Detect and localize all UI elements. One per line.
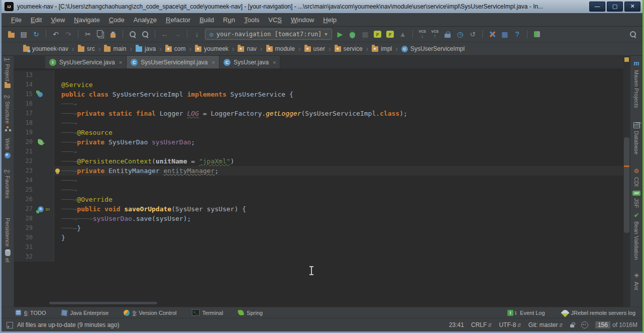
paste-icon[interactable]	[109, 29, 118, 39]
synchronize-icon[interactable]: ↻	[32, 29, 41, 39]
search-everywhere-icon[interactable]	[628, 29, 637, 39]
coverage-button[interactable]: ▦	[361, 29, 370, 39]
shelve-icon[interactable]	[443, 29, 452, 39]
settings-icon[interactable]	[488, 29, 497, 39]
maximize-button[interactable]: ▢	[607, 2, 623, 12]
breadcrumb-item-youmeek[interactable]: youmeek	[193, 44, 230, 53]
breadcrumb-item-youmeek-nav[interactable]: youmeek-nav	[22, 44, 70, 53]
menu-item-file[interactable]: File	[7, 14, 26, 26]
toolwindow-button-9-version-control[interactable]: 9: Version Control	[124, 309, 176, 316]
inspection-profile-icon[interactable]	[581, 321, 588, 328]
breadcrumb-item-service[interactable]: service	[333, 44, 364, 53]
toolwindow-button-6-todo[interactable]: 6: TODO	[16, 309, 46, 316]
compare-icon[interactable]: ↓	[192, 29, 201, 39]
breadcrumb-item-main[interactable]: main	[102, 44, 128, 53]
warning-stripe-mark[interactable]	[624, 57, 629, 62]
editor-scrollbar[interactable]	[623, 56, 630, 307]
toolwindow-button-jrebel-remote-servers-log[interactable]: JRebel remote servers log	[562, 310, 635, 316]
open-project-icon[interactable]	[7, 29, 16, 39]
toolwindow-button-java-enterprise[interactable]: Java Enterprise	[61, 309, 109, 316]
lock-icon[interactable]	[570, 324, 574, 327]
tab-sysuserservice-java[interactable]: ISysUserService.java×	[45, 56, 127, 68]
vcs-update-button[interactable]: VCS↓	[418, 29, 427, 39]
tool-stripe-persistence[interactable]: Persistence	[5, 218, 11, 256]
run-button[interactable]: ▶	[336, 29, 345, 39]
close-icon[interactable]: ×	[273, 59, 276, 65]
menu-item-window[interactable]: Window	[286, 14, 318, 26]
back-icon[interactable]: ←	[160, 29, 169, 39]
recent-changes-icon[interactable]: ◷	[456, 29, 465, 39]
tab-sysuser-java[interactable]: CSysUser.java×	[220, 56, 280, 68]
tool-stripe-database[interactable]: Database	[633, 122, 640, 154]
toolwindow-button-terminal[interactable]: Terminal	[192, 309, 224, 316]
rollback-icon[interactable]: ↺	[468, 29, 477, 39]
breadcrumb-item-java[interactable]: java	[134, 44, 157, 53]
minimize-button[interactable]: —	[589, 2, 605, 12]
profiler-button[interactable]: ▲	[398, 29, 407, 39]
breadcrumb-item-module[interactable]: module	[265, 44, 296, 53]
tool-stripe-cdi[interactable]: ⚙CDI	[633, 168, 639, 187]
tool-stripe-1-project[interactable]: 1: Project	[5, 58, 11, 88]
vcs-commit-button[interactable]: VCS↑	[431, 29, 440, 39]
toolwindow-toggle-icon[interactable]	[7, 322, 13, 328]
encoding-select[interactable]: UTF-8 ⇵	[499, 321, 521, 328]
forward-icon[interactable]: →	[173, 29, 182, 39]
close-icon[interactable]: ×	[119, 59, 122, 65]
copy-icon[interactable]	[96, 29, 105, 39]
spring-bean-icon[interactable]	[37, 139, 43, 145]
horizontal-scrollbar-thumb[interactable]	[49, 302, 157, 304]
toolwindow-button-spring[interactable]: Spring	[238, 309, 263, 316]
menu-item-build[interactable]: Build	[195, 14, 219, 26]
implemented-icon[interactable]	[38, 92, 43, 97]
tab-sysuserserviceimpl-java[interactable]: CSysUserServiceImpl.java×	[127, 56, 220, 68]
tool-stripe-el[interactable]: el	[5, 258, 11, 263]
override-up-icon[interactable]	[45, 206, 51, 212]
redo-icon[interactable]: ↷	[64, 29, 73, 39]
menu-item-help[interactable]: Help	[318, 14, 341, 26]
close-button[interactable]: ✕	[624, 2, 640, 12]
caret-position[interactable]: 23:41	[449, 321, 464, 328]
menu-item-view[interactable]: View	[46, 14, 69, 26]
run-configuration-select[interactable]: ⚙ your-navigation [tomcat7:run] ▼	[205, 29, 332, 40]
breadcrumb-item-user[interactable]: user	[303, 44, 327, 53]
menu-item-vcs[interactable]: VCS	[264, 14, 286, 26]
git-branch-select[interactable]: Git: master ⇵	[528, 321, 563, 328]
tool-stripe-2-favorites[interactable]: 2: Favorites	[5, 170, 11, 201]
tool-stripe-2-structure[interactable]: 2: Structure	[5, 95, 11, 131]
line-separator-select[interactable]: CRLF ⇵	[471, 321, 492, 328]
memory-indicator[interactable]: 156 of 1016M	[595, 321, 637, 328]
vertical-scrollbar-thumb[interactable]	[624, 137, 629, 233]
jrebel-run-button[interactable]: jr	[373, 29, 382, 39]
menu-item-refactor[interactable]: Refactor	[161, 14, 195, 26]
help-icon[interactable]: ?	[513, 29, 522, 39]
caret-stripe-mark[interactable]	[624, 165, 629, 167]
tool-stripe-bean-validation[interactable]: ✔Bean Validation	[633, 212, 639, 260]
cut-icon[interactable]: ✂	[83, 29, 92, 39]
breadcrumb-item-src[interactable]: src	[76, 44, 96, 53]
breadcrumb-item-com[interactable]: com	[164, 44, 187, 53]
impl-method-icon[interactable]	[38, 206, 44, 212]
menu-item-tools[interactable]: Tools	[240, 14, 264, 26]
jrebel-config-icon[interactable]	[532, 29, 542, 39]
find-icon[interactable]	[128, 29, 137, 39]
tool-stripe-maven-projects[interactable]: mMaven Projects	[633, 59, 639, 108]
menu-item-edit[interactable]: Edit	[26, 14, 46, 26]
tool-stripe-ant[interactable]: ✳Ant	[633, 272, 639, 290]
menu-item-run[interactable]: Run	[219, 14, 240, 26]
undo-icon[interactable]: ↶	[51, 29, 60, 39]
menu-item-navigate[interactable]: Navigate	[69, 14, 104, 26]
toolwindow-button-event-log[interactable]: 1Event Log	[507, 310, 545, 316]
breadcrumb-item-nav[interactable]: nav	[236, 44, 258, 53]
breadcrumb-item-impl[interactable]: impl	[370, 44, 393, 53]
menu-item-code[interactable]: Code	[104, 14, 129, 26]
close-icon[interactable]: ×	[212, 59, 215, 65]
code-editor[interactable]: 1314@Service15public class SysUserServic…	[14, 69, 623, 307]
breadcrumb-item-sysuserserviceimpl[interactable]: SysUserServiceImpl	[400, 44, 466, 53]
save-all-icon[interactable]: ▤	[19, 29, 28, 39]
tool-stripe-jsf[interactable]: JSFJSF	[632, 191, 640, 208]
menu-item-analyze[interactable]: Analyze	[129, 14, 161, 26]
jrebel-debug-button[interactable]: jr	[386, 29, 395, 39]
debug-button[interactable]	[348, 29, 357, 39]
replace-icon[interactable]	[141, 29, 150, 39]
lightbulb-icon[interactable]	[55, 169, 60, 173]
